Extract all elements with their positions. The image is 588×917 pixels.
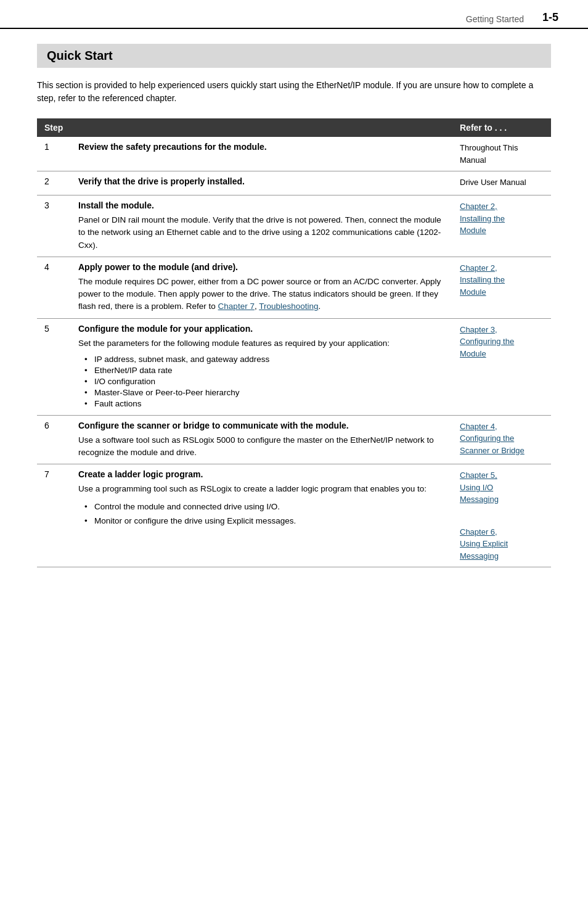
chapter-5-link[interactable]: Chapter 5, (460, 469, 544, 482)
table-row: 1 Review the safety precautions for the … (37, 137, 551, 171)
step-desc: Set the parameters for the following mod… (78, 337, 445, 350)
explicit-messaging-link[interactable]: Messaging (460, 550, 544, 562)
list-item: Control the module and connected drive u… (84, 501, 445, 513)
refer-cell: Chapter 4, Configuring the Scanner or Br… (452, 415, 551, 464)
step-action: Review the safety precautions for the mo… (78, 142, 445, 152)
table-row: 4 Apply power to the module (and drive).… (37, 257, 551, 318)
table-header-row: Step Refer to . . . (37, 118, 551, 137)
step-number: 6 (37, 415, 71, 464)
troubleshooting-link[interactable]: Troubleshooting (259, 302, 318, 311)
page-header: Getting Started 1-5 (0, 0, 588, 29)
content-area: Quick Start This section is provided to … (0, 29, 588, 592)
section-title-bar: Quick Start (37, 44, 551, 68)
step-action: Configure the module for your applicatio… (78, 324, 445, 334)
refer-cell: Chapter 2, Installing the Module (452, 195, 551, 257)
using-io-link[interactable]: Using I/O (460, 482, 544, 494)
list-item: IP address, subnet mask, and gateway add… (84, 355, 445, 364)
step-action: Create a ladder logic program. (78, 469, 445, 479)
table-row: 2 Verify that the drive is properly inst… (37, 171, 551, 195)
step-action: Install the module. (78, 200, 445, 210)
header-section-title: Getting Started (466, 14, 524, 24)
step-number: 5 (37, 318, 71, 415)
ref-text: Drive User Manual (460, 176, 544, 189)
chapter-link[interactable]: Chapter 2, (460, 262, 544, 274)
chapter-link[interactable]: Chapter 2, (460, 200, 544, 213)
chapter-link[interactable]: Installing the (460, 274, 544, 286)
refer-cell: Throughout This Manual (452, 137, 551, 171)
step-number: 3 (37, 195, 71, 257)
features-list: IP address, subnet mask, and gateway add… (78, 355, 445, 408)
step-content: Review the safety precautions for the mo… (71, 137, 452, 171)
chapter-7-link[interactable]: Chapter 7 (218, 302, 255, 311)
quick-start-table: Step Refer to . . . 1 Review the safety … (37, 118, 551, 567)
col-step-header: Step (37, 118, 71, 137)
refer-cell: Chapter 2, Installing the Module (452, 257, 551, 318)
step-content: Verify that the drive is properly instal… (71, 171, 452, 195)
table-row: 6 Configure the scanner or bridge to com… (37, 415, 551, 464)
intro-paragraph: This section is provided to help experie… (37, 79, 551, 105)
step-action: Verify that the drive is properly instal… (78, 176, 445, 186)
step-number: 1 (37, 137, 71, 171)
chapter-link[interactable]: Scanner or Bridge (460, 445, 544, 457)
chapter-link[interactable]: Configuring the (460, 432, 544, 445)
table-row: 7 Create a ladder logic program. Use a p… (37, 464, 551, 567)
chapter-link[interactable]: Module (460, 348, 544, 360)
table-row: 3 Install the module. Panel or DIN rail … (37, 195, 551, 257)
step-desc: The module requires DC power, either fro… (78, 276, 445, 313)
chapter-link[interactable]: Module (460, 286, 544, 298)
using-explicit-link[interactable]: Using Explicit (460, 538, 544, 550)
step-content: Install the module. Panel or DIN rail mo… (71, 195, 452, 257)
list-item: Fault actions (84, 399, 445, 408)
col-desc-header (71, 118, 452, 137)
step-action: Configure the scanner or bridge to commu… (78, 421, 445, 430)
step-content: Create a ladder logic program. Use a pro… (71, 464, 452, 567)
refer-cell: Drive User Manual (452, 171, 551, 195)
col-refer-header: Refer to . . . (452, 118, 551, 137)
ref-text: Throughout This Manual (460, 142, 544, 166)
chapter-6-link[interactable]: Chapter 6, (460, 526, 544, 538)
header-page-number: 1-5 (542, 11, 558, 24)
list-item: I/O configuration (84, 377, 445, 386)
list-item: Master-Slave or Peer-to-Peer hierarchy (84, 388, 445, 397)
step-desc: Panel or DIN rail mount the module. Veri… (78, 214, 445, 252)
step-desc: Use a software tool such as RSLogix 5000… (78, 434, 445, 459)
refer-cell: Chapter 5, Using I/O Messaging Chapter 6… (452, 464, 551, 567)
refer-cell: Chapter 3, Configuring the Module (452, 318, 551, 415)
step-content: Configure the scanner or bridge to commu… (71, 415, 452, 464)
chapter-link[interactable]: Chapter 3, (460, 324, 544, 336)
step-number: 4 (37, 257, 71, 318)
page-container: Getting Started 1-5 Quick Start This sec… (0, 0, 588, 917)
chapter-link[interactable]: Chapter 4, (460, 421, 544, 433)
list-item: Monitor or configure the drive using Exp… (84, 515, 445, 527)
section-title: Quick Start (47, 49, 541, 63)
step-content: Configure the module for your applicatio… (71, 318, 452, 415)
list-item: EtherNet/IP data rate (84, 366, 445, 375)
table-row: 5 Configure the module for your applicat… (37, 318, 551, 415)
step-number: 2 (37, 171, 71, 195)
step-action: Apply power to the module (and drive). (78, 262, 445, 272)
chapter-link[interactable]: Configuring the (460, 335, 544, 348)
chapter-link[interactable]: Installing the (460, 213, 544, 225)
step-content: Apply power to the module (and drive). T… (71, 257, 452, 318)
messaging-link[interactable]: Messaging (460, 493, 544, 506)
ladder-list: Control the module and connected drive u… (78, 501, 445, 528)
step-desc: Use a programming tool such as RSLogix t… (78, 483, 445, 527)
chapter-link[interactable]: Module (460, 224, 544, 237)
step-number: 7 (37, 464, 71, 567)
